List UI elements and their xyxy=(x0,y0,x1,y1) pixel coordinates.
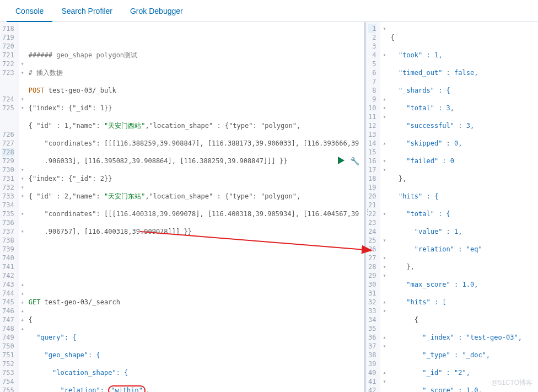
request-pane: 7187197207217227237247257267277287297307… xyxy=(0,22,366,392)
request-editor[interactable]: ###### geo_shape polygon测试 # 插入数据 POST t… xyxy=(26,22,364,392)
left-line-gutter: 7187197207217227237247257267277287297307… xyxy=(0,22,19,392)
watermark: @51CTO博客 xyxy=(491,378,532,388)
run-button[interactable] xyxy=(338,157,345,164)
tab-search-profiler[interactable]: Search Profiler xyxy=(52,0,121,22)
workspace: 7187197207217227237247257267277287297307… xyxy=(0,22,538,392)
response-viewer[interactable]: { "took" : 1, "timed_out" : false, "_sha… xyxy=(388,22,536,392)
right-fold-gutter: ▾▾▴▾▾▴▾▾▾▾▾▾▾▴▾▴▾▴▾▴ xyxy=(380,22,388,392)
wrench-icon[interactable]: 🔧 xyxy=(350,157,359,165)
editor-actions: 🔧 xyxy=(338,157,359,165)
tab-grok-debugger[interactable]: Grok Debugger xyxy=(121,0,192,22)
tab-console[interactable]: Console xyxy=(7,0,52,22)
pane-resize-handle[interactable]: ⋮ xyxy=(364,207,372,216)
tab-bar: Console Search Profiler Grok Debugger xyxy=(0,0,538,22)
response-pane: 1234567891011121314151617181920212223242… xyxy=(366,22,536,392)
left-fold-gutter: ▾▾▾▾▾▾▾▾▾▾▴▴▴▴▴▴ xyxy=(19,22,26,392)
